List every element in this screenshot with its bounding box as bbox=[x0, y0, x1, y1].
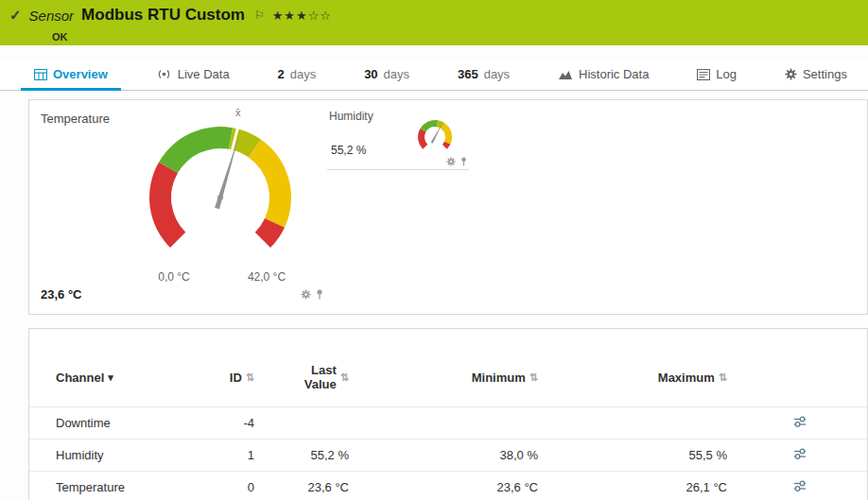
tab-settings-label: Settings bbox=[803, 67, 847, 81]
overview-icon bbox=[34, 69, 47, 80]
object-kind-label: Sensor bbox=[29, 8, 75, 24]
table-row-downtime: Downtime -4 bbox=[29, 407, 867, 440]
tab-log[interactable]: Log bbox=[697, 59, 737, 90]
table-row-temperature: Temperature 0 23,6 °C 23,6 °C 26,1 °C bbox=[29, 472, 867, 500]
column-header-actions bbox=[755, 353, 867, 407]
sensor-status-badge: OK bbox=[52, 31, 68, 43]
tab-bar: Overview Live Data 2 days 30 days 365 da… bbox=[0, 59, 868, 91]
historic-data-icon bbox=[558, 69, 573, 80]
pin-icon[interactable] bbox=[316, 289, 323, 300]
channel-settings-icon[interactable] bbox=[793, 480, 807, 492]
table-row-humidity: Humidity 1 55,2 % 38,0 % 55,5 % bbox=[29, 440, 867, 472]
humidity-gauge-title: Humidity bbox=[329, 110, 373, 123]
channel-name-cell: Downtime bbox=[29, 407, 218, 440]
channel-maximum-cell: 26,1 °C bbox=[566, 472, 755, 500]
column-header-last-value[interactable]: Last Value⇅ bbox=[283, 353, 377, 407]
mean-marker: x̄ bbox=[235, 107, 241, 118]
gauges-panel: Temperature 23,6 °C x̄ 0,0 °C 42,0 °C bbox=[28, 99, 868, 315]
channel-settings-icon[interactable] bbox=[793, 448, 807, 460]
channel-id-cell: -4 bbox=[218, 407, 283, 440]
temperature-gauge-dial: x̄ bbox=[121, 100, 320, 267]
sort-icon: ⇅ bbox=[246, 371, 254, 383]
pin-icon[interactable] bbox=[460, 157, 467, 166]
tab-2-days-label: days bbox=[290, 67, 316, 81]
tab-historic-data[interactable]: Historic Data bbox=[558, 59, 649, 90]
channel-minimum-cell bbox=[377, 407, 566, 440]
channel-last-value-cell: 23,6 °C bbox=[283, 472, 377, 500]
temperature-gauge-actions bbox=[301, 289, 323, 300]
sort-icon: ⇅ bbox=[719, 371, 727, 383]
priority-flag-icon[interactable]: ⚐ bbox=[254, 9, 265, 22]
tab-log-label: Log bbox=[716, 67, 737, 81]
live-data-icon bbox=[156, 68, 172, 80]
sensor-title: Modbus RTU Custom bbox=[81, 6, 245, 25]
sort-caret-icon: ▾ bbox=[108, 371, 113, 383]
channel-id-cell: 1 bbox=[218, 440, 283, 472]
tab-365-days[interactable]: 365 days bbox=[458, 59, 510, 90]
column-header-maximum-label: Maximum bbox=[658, 371, 715, 385]
channel-maximum-cell bbox=[566, 407, 755, 440]
gear-icon[interactable] bbox=[446, 157, 456, 166]
column-header-minimum-label: Minimum bbox=[472, 371, 526, 385]
gear-icon[interactable] bbox=[301, 289, 311, 300]
sensor-header-line1: ✓ Sensor Modbus RTU Custom ⚐ ★★★☆☆ bbox=[9, 6, 859, 25]
channel-minimum-cell: 23,6 °C bbox=[377, 472, 566, 500]
temperature-current-value: 23,6 °C bbox=[41, 287, 82, 302]
status-check-icon: ✓ bbox=[9, 7, 22, 24]
sort-icon: ⇅ bbox=[340, 371, 349, 383]
channels-table: Channel▾ ID⇅ Last Value⇅ Minimum⇅ Maximu… bbox=[29, 353, 867, 500]
channel-maximum-cell: 55,5 % bbox=[566, 440, 755, 472]
column-header-id-label: ID bbox=[230, 371, 242, 385]
tab-365-days-number: 365 bbox=[458, 67, 478, 81]
channel-last-value-cell: 55,2 % bbox=[283, 440, 377, 472]
channel-settings-icon[interactable] bbox=[793, 416, 807, 428]
tab-30-days-label: days bbox=[384, 67, 409, 81]
priority-stars[interactable]: ★★★☆☆ bbox=[272, 9, 332, 23]
column-header-channel[interactable]: Channel▾ bbox=[29, 353, 218, 407]
channel-id-cell: 0 bbox=[218, 472, 283, 500]
log-icon bbox=[697, 69, 710, 80]
channels-table-panel: Channel▾ ID⇅ Last Value⇅ Minimum⇅ Maximu… bbox=[28, 328, 868, 500]
humidity-current-value: 55,2 % bbox=[331, 144, 366, 157]
gauge-min-label: 0,0 °C bbox=[146, 270, 202, 284]
channel-name-cell: Humidity bbox=[29, 440, 218, 472]
channel-minimum-cell: 38,0 % bbox=[377, 440, 566, 472]
sensor-header: ✓ Sensor Modbus RTU Custom ⚐ ★★★☆☆ OK bbox=[0, 0, 868, 45]
column-header-maximum[interactable]: Maximum⇅ bbox=[566, 353, 755, 407]
tab-2-days[interactable]: 2 days bbox=[278, 59, 317, 90]
tab-overview[interactable]: Overview bbox=[34, 59, 108, 90]
column-header-channel-label: Channel bbox=[56, 371, 104, 385]
tab-30-days[interactable]: 30 days bbox=[364, 59, 409, 90]
tab-30-days-number: 30 bbox=[364, 67, 377, 81]
tab-live-data-label: Live Data bbox=[178, 67, 230, 81]
sensor-header-line2: OK bbox=[9, 27, 859, 44]
channel-name-cell: Temperature bbox=[29, 472, 218, 500]
sort-icon: ⇅ bbox=[529, 371, 538, 383]
column-header-id[interactable]: ID⇅ bbox=[218, 353, 283, 407]
humidity-gauge: Humidity 55,2 % bbox=[327, 110, 469, 170]
column-header-last-value-label: Last Value bbox=[295, 363, 337, 391]
gauge-max-label: 42,0 °C bbox=[238, 270, 295, 284]
temperature-gauge-title: Temperature bbox=[41, 112, 110, 126]
tab-settings[interactable]: Settings bbox=[785, 59, 847, 90]
tab-overview-label: Overview bbox=[53, 67, 108, 81]
tab-2-days-number: 2 bbox=[278, 67, 285, 81]
tab-live-data[interactable]: Live Data bbox=[156, 59, 230, 90]
humidity-gauge-actions bbox=[446, 157, 467, 166]
column-header-minimum[interactable]: Minimum⇅ bbox=[377, 353, 566, 407]
settings-gear-icon bbox=[785, 68, 797, 80]
table-header-row: Channel▾ ID⇅ Last Value⇅ Minimum⇅ Maximu… bbox=[29, 353, 867, 407]
tab-365-days-label: days bbox=[484, 67, 510, 81]
channel-last-value-cell bbox=[283, 407, 377, 440]
temperature-gauge: x̄ 0,0 °C 42,0 °C bbox=[121, 100, 320, 308]
humidity-gauge-dial bbox=[405, 112, 465, 157]
tab-historic-data-label: Historic Data bbox=[579, 67, 649, 81]
